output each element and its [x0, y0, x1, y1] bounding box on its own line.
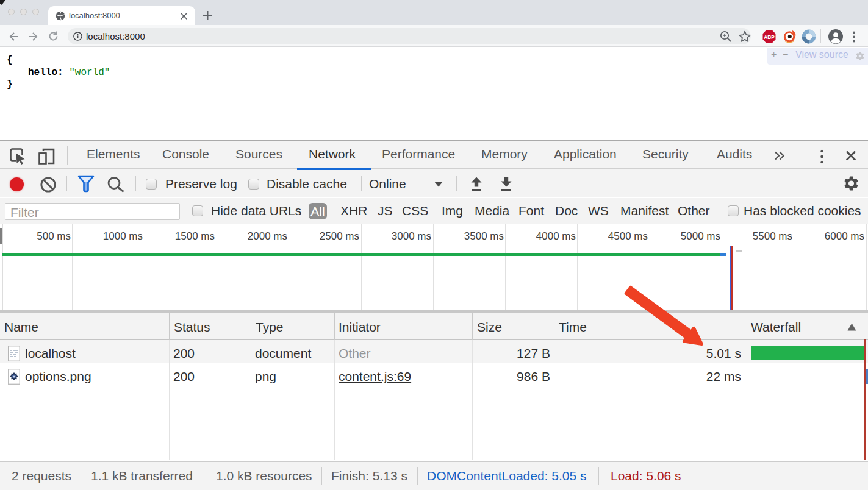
svg-text:ABP: ABP — [764, 34, 775, 40]
